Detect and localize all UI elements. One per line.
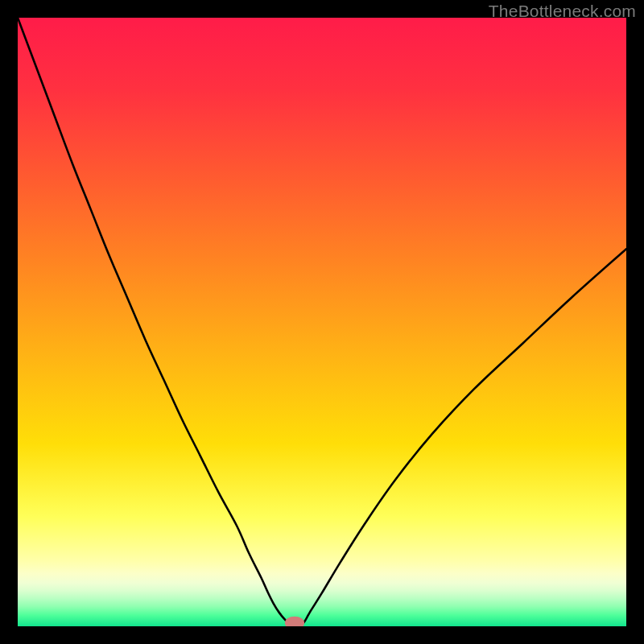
plot-area — [18, 18, 626, 626]
plot-svg — [18, 18, 626, 626]
gradient-background — [18, 18, 626, 626]
chart-frame: TheBottleneck.com — [0, 0, 644, 644]
attribution-text: TheBottleneck.com — [489, 2, 636, 21]
